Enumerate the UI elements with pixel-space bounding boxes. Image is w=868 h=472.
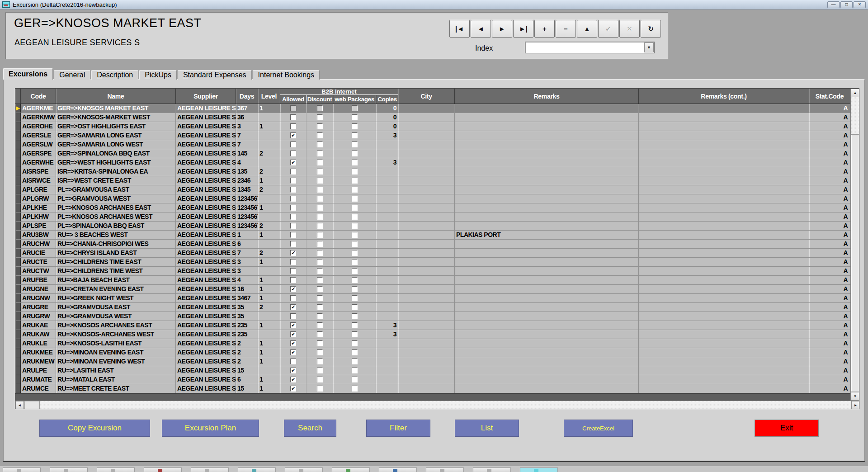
index-combobox[interactable]: ▼	[525, 42, 655, 53]
filter-button[interactable]: Filter	[366, 420, 430, 437]
cell-allowed-checkbox[interactable]: ✔	[280, 348, 307, 357]
cell-discount-checkbox[interactable]	[307, 222, 333, 230]
table-row[interactable]: ARUFBERU=>BAJA BEACH EASTAEGEAN LEISURE …	[15, 276, 859, 285]
cell-discount-checkbox[interactable]	[307, 249, 333, 257]
cell-allowed-checkbox[interactable]	[280, 122, 307, 131]
taskbar-item[interactable]	[50, 467, 88, 472]
table-row[interactable]: AGERKMWGER=>KNOSOS-MARKET WESTAEGEAN LEI…	[15, 113, 859, 122]
cell-web-packages-checkbox[interactable]	[333, 240, 376, 248]
cell-discount-checkbox[interactable]	[307, 321, 333, 330]
nav-refresh-button[interactable]: ↻	[641, 20, 661, 38]
index-input[interactable]	[526, 43, 642, 52]
cell-web-packages-checkbox[interactable]	[333, 222, 376, 230]
nav-next-button[interactable]: ►	[492, 20, 512, 38]
tab-description[interactable]: Description	[91, 70, 138, 80]
cell-allowed-checkbox[interactable]	[280, 212, 307, 221]
cell-web-packages-checkbox[interactable]	[333, 140, 376, 149]
table-row[interactable]: APLGREPL=>GRAMVOUSA EASTAEGEAN LEISURE S…	[15, 185, 859, 194]
cell-discount-checkbox[interactable]	[307, 276, 333, 284]
taskbar-item[interactable]	[473, 467, 511, 472]
cell-allowed-checkbox[interactable]	[280, 294, 307, 302]
cell-allowed-checkbox[interactable]: ✔	[280, 131, 307, 140]
cell-web-packages-checkbox[interactable]	[333, 384, 376, 393]
cell-discount-checkbox[interactable]	[307, 113, 333, 122]
cell-allowed-checkbox[interactable]: ✔	[280, 321, 307, 330]
cell-allowed-checkbox[interactable]	[280, 140, 307, 149]
table-row[interactable]: ARUKAWRU=>KNOSOS-ARCHANES WESTAEGEAN LEI…	[15, 330, 859, 339]
tab-internet-bookings[interactable]: Internet Bookings	[253, 70, 320, 80]
cell-allowed-checkbox[interactable]	[280, 222, 307, 230]
taskbar-item[interactable]	[426, 467, 464, 472]
cell-web-packages-checkbox[interactable]	[333, 231, 376, 239]
cell-allowed-checkbox[interactable]: ✔	[280, 285, 307, 293]
table-row[interactable]: ARUKLERU=>KNOSOS-LASITHI EASTAEGEAN LEIS…	[15, 339, 859, 348]
table-row[interactable]: AGERWHEGER=>WEST HIGHLIGHTS EASTAEGEAN L…	[15, 158, 859, 167]
maximize-button[interactable]: □	[840, 1, 853, 8]
cell-allowed-checkbox[interactable]	[280, 185, 307, 194]
table-row[interactable]: AISRSPEISR=>KRITSA-SPINALONGA EAAEGEAN L…	[15, 167, 859, 176]
cell-discount-checkbox[interactable]	[307, 267, 333, 275]
cell-discount-checkbox[interactable]	[307, 194, 333, 203]
cell-discount-checkbox[interactable]	[307, 357, 333, 366]
horizontal-scrollbar[interactable]: ◄ ►	[15, 401, 859, 409]
index-dropdown-button[interactable]: ▼	[644, 42, 654, 52]
cell-allowed-checkbox[interactable]	[280, 104, 307, 113]
taskbar-item[interactable]	[379, 467, 417, 472]
cell-discount-checkbox[interactable]	[307, 185, 333, 194]
cell-web-packages-checkbox[interactable]	[333, 357, 376, 366]
table-row[interactable]: ARUCHWRU=>CHANIA-CHRISOPIGI WESAEGEAN LE…	[15, 240, 859, 249]
table-row[interactable]: APLKHEPL=>KNOSOS ARCHANES EASTAEGEAN LEI…	[15, 203, 859, 212]
cell-allowed-checkbox[interactable]	[280, 149, 307, 158]
cell-discount-checkbox[interactable]	[307, 140, 333, 149]
taskbar-item[interactable]	[520, 467, 558, 472]
cell-web-packages-checkbox[interactable]	[333, 185, 376, 194]
cell-discount-checkbox[interactable]	[307, 167, 333, 176]
nav-edit-button[interactable]: ▲	[577, 20, 597, 38]
copy-excursion-button[interactable]: Copy Excursion	[39, 420, 150, 437]
cell-allowed-checkbox[interactable]	[280, 312, 307, 321]
scroll-right-button[interactable]: ►	[851, 401, 859, 409]
cell-web-packages-checkbox[interactable]	[333, 276, 376, 284]
cell-allowed-checkbox[interactable]: ✔	[280, 249, 307, 257]
table-row[interactable]: AGERSLEGER=>SAMARIA LONG EASTAEGEAN LEIS…	[15, 131, 859, 140]
minimize-button[interactable]: —	[827, 1, 840, 8]
tab-pickups[interactable]: PickUps	[139, 70, 177, 80]
cell-discount-checkbox[interactable]	[307, 294, 333, 302]
create-excel-button[interactable]: CreateExcel	[564, 420, 633, 437]
cell-web-packages-checkbox[interactable]	[333, 212, 376, 221]
cell-discount-checkbox[interactable]	[307, 176, 333, 185]
cell-allowed-checkbox[interactable]: ✔	[280, 330, 307, 339]
cell-allowed-checkbox[interactable]	[280, 176, 307, 185]
cell-discount-checkbox[interactable]	[307, 158, 333, 167]
cell-discount-checkbox[interactable]	[307, 339, 333, 348]
scroll-left-button[interactable]: ◄	[15, 401, 24, 409]
table-row[interactable]: ARUKAERU=>KNOSOS ARCHANES EASTAEGEAN LEI…	[15, 321, 859, 330]
table-row[interactable]: ▶AGERKMEGER=>KNOSOS MARKET EASTAEGEAN LE…	[15, 104, 859, 113]
cell-web-packages-checkbox[interactable]	[333, 149, 376, 158]
scroll-down-button[interactable]: ▼	[851, 392, 859, 401]
table-row[interactable]: APLKHWPL=>KNOSOS ARCHANES WESTAEGEAN LEI…	[15, 212, 859, 222]
cell-allowed-checkbox[interactable]	[280, 231, 307, 239]
tab-excursions[interactable]: Excursions	[3, 68, 53, 80]
table-row[interactable]: ARUGRERU=>GRAMVOUSA EASTAEGEAN LEISURE S…	[15, 303, 859, 312]
cell-web-packages-checkbox[interactable]	[333, 321, 376, 330]
cell-discount-checkbox[interactable]	[307, 131, 333, 140]
cell-web-packages-checkbox[interactable]	[333, 285, 376, 293]
table-row[interactable]: ARUCIERU=>CHRYSI ISLAND EASTAEGEAN LEISU…	[15, 249, 859, 258]
table-row[interactable]: ARUCTWRU=>CHILDRENS TIME WESTAEGEAN LEIS…	[15, 267, 859, 276]
taskbar-item[interactable]	[191, 467, 229, 472]
vertical-scroll-thumb[interactable]	[851, 134, 859, 392]
table-row[interactable]: APLGRWPL=>GRAMVOUSA WESTAEGEAN LEISURE S…	[15, 194, 859, 203]
excursion-plan-button[interactable]: Excursion Plan	[162, 420, 259, 437]
cell-web-packages-checkbox[interactable]	[333, 303, 376, 312]
cell-discount-checkbox[interactable]	[307, 312, 333, 321]
table-row[interactable]: ARU3BWRU=> 3 BEACHES WESTAEGEAN LEISURE …	[15, 231, 859, 240]
cell-web-packages-checkbox[interactable]	[333, 167, 376, 176]
cell-web-packages-checkbox[interactable]	[333, 194, 376, 203]
table-row[interactable]: APLSPEPL=>SPINALONGA BBQ EASTAEGEAN LEIS…	[15, 222, 859, 231]
taskbar-item[interactable]	[332, 467, 370, 472]
taskbar-item[interactable]	[97, 467, 135, 472]
taskbar-item[interactable]	[285, 467, 323, 472]
cell-allowed-checkbox[interactable]	[280, 113, 307, 122]
cell-discount-checkbox[interactable]	[307, 149, 333, 158]
